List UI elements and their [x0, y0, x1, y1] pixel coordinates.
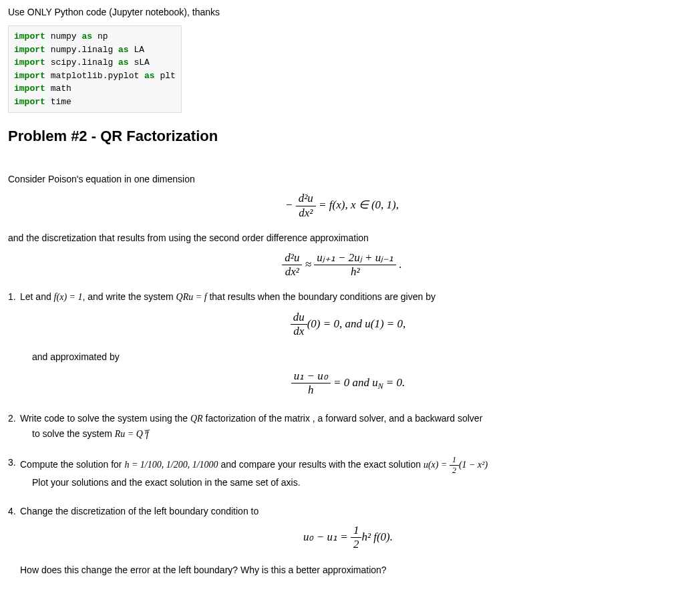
problem-item-2: Write code to solve the system using the…	[20, 411, 676, 442]
equation-difference: d²udx² ≈ uⱼ₊₁ − 2uⱼ + uⱼ₋₁h² .	[8, 251, 676, 279]
problem-item-4: Change the discretization of the left bo…	[20, 504, 676, 578]
code-block: import numpy as npimport numpy.linalg as…	[8, 25, 182, 113]
paragraph-poisson: Consider Poison's equation in one dimens…	[8, 172, 676, 186]
paragraph-discretization: and the discretization that results from…	[8, 230, 676, 245]
text-q4-question: How does this change the error at the le…	[20, 563, 676, 577]
intro-text: Use ONLY Python code (Jupyter notebook),…	[8, 7, 676, 17]
text-approx-by: and approximated by	[32, 349, 676, 364]
equation-poisson: − d²udx² = f(x), x ∈ (0, 1),	[8, 192, 676, 220]
equation-bc-change: u₀ − u₁ = 12h² f(0).	[20, 524, 676, 552]
problem-title: Problem #2 - QR Factorization	[8, 128, 676, 145]
problem-item-3: Compute the solution for h = 1/100, 1/20…	[20, 455, 676, 490]
problem-item-1: Let and f(x) = 1, and write the system Q…	[20, 289, 676, 397]
equation-bc1-approx: u₁ − u₀h = 0 and uN = 0.	[20, 369, 676, 398]
equation-bc1: dudx(0) = 0, and u(1) = 0,	[20, 311, 676, 339]
